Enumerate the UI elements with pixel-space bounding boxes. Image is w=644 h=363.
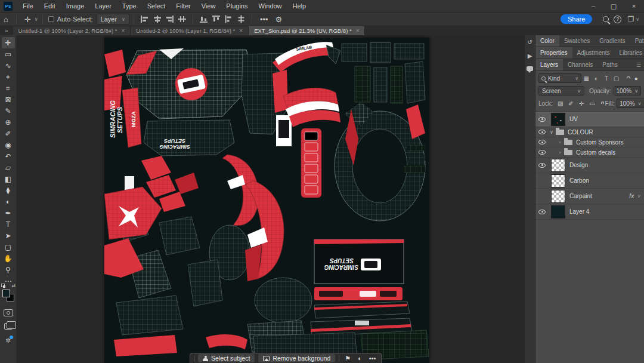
close-button[interactable]: × xyxy=(624,0,644,13)
taskbar-more-icon[interactable]: ••• xyxy=(367,355,378,362)
crop-tool[interactable]: ⌗ xyxy=(2,82,15,94)
menu-plugins[interactable]: Plugins xyxy=(221,0,253,13)
more-options-icon[interactable]: ••• xyxy=(256,15,272,24)
close-icon[interactable]: × xyxy=(122,27,125,34)
edit-toolbar-icon[interactable]: ✲ xyxy=(5,337,11,344)
visibility-toggle[interactable] xyxy=(535,204,549,219)
chevron-down-icon[interactable]: ∨ xyxy=(636,17,639,22)
layer-effects-badge[interactable]: fx ∨ xyxy=(629,193,640,199)
visibility-toggle[interactable] xyxy=(535,137,549,147)
clone-stamp-tool[interactable]: ◉ xyxy=(2,139,15,150)
select-subject-button[interactable]: Select subject xyxy=(198,354,255,362)
distribute-v-icon[interactable] xyxy=(237,16,244,23)
chevron-down-icon[interactable]: ∨ xyxy=(35,17,38,22)
distribute-h-icon[interactable] xyxy=(225,16,232,23)
eraser-tool[interactable]: ▱ xyxy=(2,162,15,173)
tab-ext-skin[interactable]: EXT_Skin.psd @ 21.3% (UV, RGB/8) *× xyxy=(249,26,365,35)
object-selection-tool[interactable]: ⌖ xyxy=(2,71,15,82)
tab-swatches[interactable]: Swatches xyxy=(559,35,595,47)
gradient-tool[interactable]: ◧ xyxy=(2,173,15,184)
lock-transparency-icon[interactable]: ▨ xyxy=(558,100,563,107)
filter-adjustment-icon[interactable]: ◐ xyxy=(592,75,602,82)
align-bottom-icon[interactable] xyxy=(212,16,220,23)
layer-thumbnail[interactable] xyxy=(551,205,565,219)
history-icon[interactable]: ↺ xyxy=(527,39,532,45)
path-select-tool[interactable]: ➤ xyxy=(2,230,15,241)
canvas-area[interactable]: MOZA SIMRACING SETUPS SIMRACING SETUPS xyxy=(17,35,525,363)
actions-play-icon[interactable]: ▶ xyxy=(528,53,532,59)
menu-help[interactable]: Help xyxy=(287,0,312,13)
marquee-tool[interactable]: ▭ xyxy=(2,48,15,60)
tab-patterns[interactable]: Patterns xyxy=(630,35,644,47)
document-canvas[interactable]: MOZA SIMRACING SETUPS SIMRACING SETUPS xyxy=(104,38,429,363)
align-left-icon[interactable] xyxy=(141,16,148,23)
tab-channels[interactable]: Channels xyxy=(563,59,597,70)
history-brush-tool[interactable]: ↶ xyxy=(2,150,15,162)
layer-row-custom-sponsors[interactable]: › Custom Sponsors xyxy=(535,137,644,147)
lock-position-icon[interactable]: ✛ xyxy=(579,100,584,107)
layer-row-custom-decals[interactable]: › Custom decals xyxy=(535,147,644,158)
filter-shape-icon[interactable]: ▢ xyxy=(611,75,621,82)
layer-row-colour-group[interactable]: ∨ COLOUR xyxy=(535,127,644,137)
auto-select-checkbox[interactable] xyxy=(48,16,54,22)
auto-select-target-dropdown[interactable]: Layer ∨ xyxy=(97,14,129,24)
menu-window[interactable]: Window xyxy=(253,0,287,13)
chevron-right-icon[interactable]: › xyxy=(557,150,563,155)
share-button[interactable]: Share xyxy=(561,14,592,24)
comments-icon[interactable] xyxy=(527,66,533,71)
tab-properties[interactable]: Properties xyxy=(535,47,572,59)
default-colors-icon[interactable] xyxy=(1,284,5,288)
chevron-down-icon[interactable]: ∨ xyxy=(549,130,555,135)
color-swatches[interactable]: ⇄ xyxy=(2,289,15,302)
frame-tool[interactable]: ⊠ xyxy=(2,94,15,105)
lock-pixels-icon[interactable]: ✐ xyxy=(568,100,573,107)
align-center-icon[interactable] xyxy=(153,16,161,23)
tab-gradients[interactable]: Gradients xyxy=(595,35,630,47)
panel-menu-icon[interactable]: ☰ xyxy=(633,59,644,70)
layer-row-uv[interactable]: UV xyxy=(535,112,644,127)
layer-thumbnail[interactable] xyxy=(551,159,565,172)
chevron-right-icon[interactable]: › xyxy=(557,140,563,145)
shape-tool[interactable]: ▢ xyxy=(2,241,15,253)
move-tool[interactable]: ✛ xyxy=(2,37,15,48)
align-right-icon[interactable] xyxy=(166,16,174,23)
visibility-toggle[interactable] xyxy=(535,173,549,188)
hand-tool[interactable]: ✋ xyxy=(2,253,15,264)
tab-untitled-2[interactable]: Untitled-2 @ 100% (Layer 1, RGB/8#) *× xyxy=(131,26,249,35)
quick-mask-icon[interactable] xyxy=(4,309,13,316)
menu-type[interactable]: Type xyxy=(117,0,142,13)
menu-filter[interactable]: Filter xyxy=(171,0,196,13)
tab-color[interactable]: Color xyxy=(535,35,559,47)
visibility-toggle[interactable] xyxy=(535,189,549,204)
pen-tool[interactable]: ✒ xyxy=(2,207,15,219)
minimize-button[interactable]: – xyxy=(583,0,603,13)
maximize-button[interactable]: ▢ xyxy=(603,0,624,13)
lasso-tool[interactable]: ∿ xyxy=(2,60,15,71)
layer-row-layer4[interactable]: Layer 4 xyxy=(535,204,644,220)
tab-adjustments[interactable]: Adjustments xyxy=(572,47,615,59)
filter-type-icon[interactable]: T xyxy=(601,75,611,82)
layer-thumbnail[interactable] xyxy=(551,113,565,126)
blur-tool[interactable]: ⧫ xyxy=(2,184,15,196)
tab-untitled-1[interactable]: Untitled-1 @ 100% (Layer 2, RGB/8#) *× xyxy=(13,26,131,35)
menu-view[interactable]: View xyxy=(196,0,221,13)
foreground-color[interactable] xyxy=(2,290,10,297)
search-icon[interactable] xyxy=(603,16,609,22)
layer-row-carpaint[interactable]: Carpaint fx ∨ xyxy=(535,189,644,204)
brush-tool[interactable]: ✐ xyxy=(2,128,15,139)
filter-image-icon[interactable]: ▦ xyxy=(581,75,592,82)
remove-background-button[interactable]: Remove background xyxy=(258,354,335,362)
workspace-icon[interactable]: ❐ xyxy=(627,15,634,23)
healing-brush-tool[interactable]: ⊕ xyxy=(2,116,15,128)
layer-filter-dropdown[interactable]: Kind ∨ xyxy=(538,73,581,83)
blend-mode-dropdown[interactable]: Screen ∨ xyxy=(538,86,584,96)
lock-artboard-icon[interactable]: ▭ xyxy=(589,100,595,107)
filter-pin-icon[interactable]: ● xyxy=(631,75,641,82)
eyedropper-tool[interactable]: ✎ xyxy=(2,105,15,116)
help-icon[interactable]: ? xyxy=(614,16,621,23)
visibility-toggle[interactable] xyxy=(535,158,549,173)
menu-edit[interactable]: Edit xyxy=(39,0,61,13)
tab-overflow-icon[interactable]: » xyxy=(0,26,13,35)
fill-field[interactable]: 100% ∨ xyxy=(617,99,644,108)
menu-image[interactable]: Image xyxy=(61,0,90,13)
